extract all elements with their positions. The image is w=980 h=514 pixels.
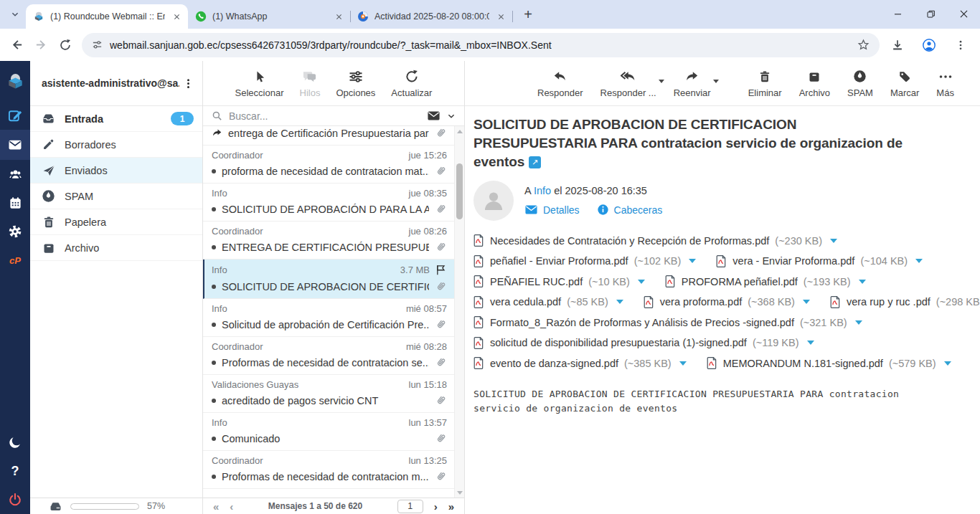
folder-item-archivo[interactable]: Archivo [30,235,202,261]
tab-close-icon[interactable] [495,11,507,22]
message-row[interactable]: Infojue 08:35SOLICITUD DE APROBACIÓN D P… [203,184,454,222]
list-scrollbar[interactable] [454,126,464,498]
toolbar-button-chat[interactable]: Hilos [296,69,324,98]
browser-tab[interactable]: (1) Roundcube Webmail :: Envia [26,4,188,29]
flag-icon[interactable] [435,264,447,276]
attachment-menu-caret[interactable] [830,239,837,243]
attachment-chip[interactable]: vera rup y ruc .pdf(~298 KB) [830,295,980,309]
open-in-new-window-icon[interactable]: ↗ [529,156,541,168]
address-bar[interactable]: webmail.sanjuan.gob.ec/cpsess6426731059/… [82,33,880,57]
minimize-button[interactable] [881,0,914,27]
scrollbar-thumb[interactable] [456,163,463,219]
search-input[interactable] [229,110,420,122]
cabeceras-link[interactable]: Cabeceras [597,204,663,216]
folder-item-papelera[interactable]: Papelera [30,209,202,235]
next-page-button[interactable]: › [434,501,438,512]
profile-button[interactable] [917,33,941,57]
close-button[interactable] [947,0,980,27]
toolbar-button-reply-all[interactable]: Responder ... [597,69,660,98]
attachment-chip[interactable]: vera - Enviar Proforma.pdf(~104 KB) [716,254,923,268]
rail-logout-button[interactable] [0,485,30,514]
search-options-chevron-icon[interactable] [447,112,456,120]
toolbar-button-cursor[interactable]: Seleccionar [232,69,288,98]
attachment-chip[interactable]: MEMORANDUM N.181-signed.pdf(~579 KB) [707,356,951,370]
folder-item-spam[interactable]: SPAM [30,184,202,209]
rail-compose-button[interactable] [0,101,30,130]
tab-close-icon[interactable] [171,11,182,22]
tab-close-icon[interactable] [333,11,344,22]
attachment-chip[interactable]: vera proforma.pdf(~368 KB) [644,295,810,309]
message-row[interactable]: Coordinadormié 08:28Proformas de necesid… [203,337,454,375]
rail-settings-button[interactable] [0,217,30,246]
attachment-menu-caret[interactable] [638,280,645,284]
scroll-up-arrow[interactable] [455,126,464,136]
attachment-menu-caret[interactable] [689,259,696,263]
attachment-chip[interactable]: PROFORMA peñafiel.pdf(~193 KB) [665,275,866,288]
folder-options-button[interactable] [179,75,197,92]
first-page-button[interactable]: « [213,501,219,512]
restore-button[interactable] [914,0,947,27]
rail-contacts-button[interactable] [0,160,30,189]
forward-button[interactable] [29,33,53,57]
recipient-link[interactable]: Info [534,185,551,196]
message-row[interactable]: Coordinadorlun 13:25Proformas de necesid… [203,451,454,489]
attachment-chip[interactable]: PEÑAFIEL RUC.pdf(~10 KB) [473,275,645,288]
scroll-down-arrow[interactable] [455,487,464,498]
back-button[interactable] [4,33,29,57]
reload-button[interactable] [53,33,77,57]
detalles-link[interactable]: Detalles [524,203,580,216]
browser-tab[interactable]: Actividad 2025-08-20 08:00:00 [350,4,512,29]
attachment-menu-caret[interactable] [855,320,862,325]
attachment-menu-caret[interactable] [859,280,866,284]
message-row[interactable]: Coordinadorjue 08:26ENTREGA DE CERTIFICA… [203,222,454,260]
toolbar-button-sliders[interactable]: Opciones [332,69,379,98]
tab-search-button[interactable] [6,5,24,24]
downloads-button[interactable] [885,33,910,57]
attachment-chip[interactable]: vera cedula.pdf(~85 KB) [473,295,623,309]
toolbar-button-archive[interactable]: Archivo [796,69,834,98]
attachment-menu-caret[interactable] [807,341,814,345]
attachment-menu-caret[interactable] [616,300,623,304]
message-row[interactable]: Infomié 08:57Solicitud de aprobación de … [203,299,454,337]
new-tab-button[interactable]: + [518,4,538,24]
rail-mail-button[interactable] [0,130,30,160]
folder-item-enviados[interactable]: Enviados [30,158,202,184]
message-row[interactable]: Validaciones Guayaslun 15:18acreditado d… [203,375,454,413]
toolbar-button-tag[interactable]: Marcar [887,69,923,98]
page-number-input[interactable] [397,500,423,513]
message-row[interactable]: Infolun 13:57Comunicado [203,413,454,451]
attachment-menu-caret[interactable] [915,259,923,263]
rail-roundcube-logo-button[interactable] [0,67,30,95]
attachment-chip[interactable]: solicitud de disponibilidad presupuestar… [473,336,814,350]
attachment-menu-caret[interactable] [944,361,951,366]
attachment-chip[interactable]: Formato_8_Razón de Proformas y Análisis … [473,315,862,329]
search-scope-mail-icon[interactable] [427,109,440,123]
toolbar-button-flame[interactable]: SPAM [844,69,877,98]
message-row[interactable]: Coordinadorjue 15:26proforma de necesida… [203,146,454,184]
dropdown-caret-icon[interactable] [713,80,719,83]
folder-item-borradores[interactable]: Borradores [30,132,202,158]
message-row[interactable]: entrega de Certificación Presupuestaria … [203,126,454,146]
toolbar-button-reply[interactable]: Responder [534,69,587,98]
folder-item-entrada[interactable]: Entrada1 [30,106,202,132]
dropdown-caret-icon[interactable] [659,80,664,83]
browser-tab[interactable]: (1) WhatsApp [188,4,350,29]
site-settings-icon[interactable] [92,39,103,50]
rail-help-button[interactable]: ? [0,457,30,485]
prev-page-button[interactable]: ‹ [230,501,233,512]
rail-dark-mode-button[interactable] [0,428,30,457]
toolbar-button-dots[interactable]: Más [933,69,958,98]
attachment-chip[interactable]: Necesidades de Contratación y Recepción … [473,234,837,247]
attachment-menu-caret[interactable] [679,361,687,366]
toolbar-button-refresh[interactable]: Actualizar [387,69,435,98]
attachment-chip[interactable]: peñafiel - Enviar Proforma.pdf(~102 KB) [473,254,696,268]
attachment-menu-caret[interactable] [803,300,810,304]
rail-cpanel-button[interactable]: cP [0,246,30,275]
rail-calendar-button[interactable] [0,189,30,217]
last-page-button[interactable]: » [448,501,454,512]
toolbar-button-trash[interactable]: Eliminar [745,69,786,98]
bookmark-star-icon[interactable] [857,39,870,51]
message-row[interactable]: Info3.7 MBSOLICITUD DE APROBACION DE CER… [203,260,454,299]
toolbar-button-forward[interactable]: Reenviar [670,69,715,98]
browser-menu-button[interactable] [948,33,973,57]
